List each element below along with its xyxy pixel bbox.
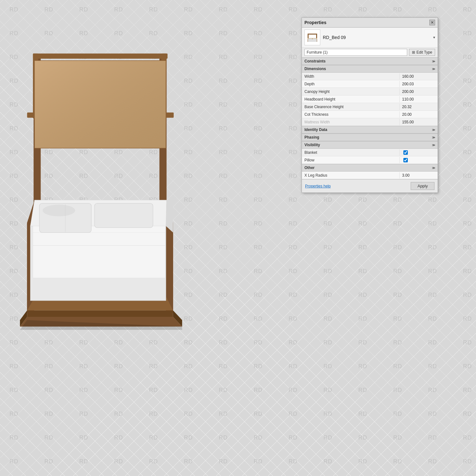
pillow-checkbox-container	[400, 157, 438, 163]
cot-thickness-value[interactable]: 20.00	[400, 111, 438, 118]
type-row: Furniture (1) ⊞ Edit Type	[302, 48, 438, 57]
section-constraints[interactable]: Constraints ≫	[302, 57, 438, 65]
blanket-label: Blanket	[302, 149, 400, 156]
x-leg-radius-value[interactable]: 3.00	[400, 172, 438, 179]
mattress-width-row: Mattress Width 155.00	[302, 118, 438, 126]
dimensions-arrow: ≫	[432, 67, 435, 71]
x-leg-radius-row: X Leg Radius 3.00	[302, 172, 438, 179]
object-dropdown-arrow[interactable]: ▾	[433, 35, 435, 40]
svg-rect-4	[33, 54, 167, 59]
width-row: Width 160.00	[302, 73, 438, 80]
section-other[interactable]: Other ≫	[302, 164, 438, 172]
svg-rect-35	[308, 34, 317, 35]
phasing-arrow: ≫	[432, 136, 435, 139]
blanket-checkbox[interactable]	[403, 150, 408, 155]
constraints-arrow: ≫	[432, 60, 435, 63]
thumbnail-icon	[306, 31, 319, 44]
bed-illustration	[6, 44, 235, 330]
canopy-height-label: Canopy Height	[302, 88, 400, 95]
pillow-checkbox[interactable]	[403, 158, 408, 162]
other-label: Other	[304, 166, 315, 170]
cot-thickness-row: Cot Thickness 20.00	[302, 111, 438, 118]
base-clearence-label: Base Clearence Height	[302, 104, 400, 110]
depth-value[interactable]: 200.03	[400, 81, 438, 87]
type-select[interactable]: Furniture (1)	[304, 49, 407, 56]
svg-marker-9	[35, 61, 166, 148]
depth-row: Depth 200.03	[302, 80, 438, 88]
phasing-label: Phasing	[304, 135, 319, 140]
visibility-arrow: ≫	[432, 143, 435, 147]
panel-header: Properties ✕	[302, 18, 438, 28]
base-clearence-row: Base Clearence Height 20.32	[302, 103, 438, 111]
panel-footer: Properties help Apply	[302, 179, 438, 192]
apply-button[interactable]: Apply	[411, 182, 434, 190]
headboard-height-row: Headboard Height 110.00	[302, 95, 438, 103]
x-leg-radius-label: X Leg Radius	[302, 172, 400, 179]
identity-data-label: Identity Data	[304, 127, 327, 132]
other-arrow: ≫	[432, 166, 435, 170]
svg-rect-28	[95, 203, 153, 228]
close-button[interactable]: ✕	[429, 20, 435, 25]
section-visibility[interactable]: Visibility ≫	[302, 141, 438, 149]
object-name: RD_Bed 09	[323, 35, 431, 40]
edit-type-label: Edit Type	[416, 50, 432, 55]
depth-label: Depth	[302, 81, 400, 87]
headboard-height-value[interactable]: 110.00	[400, 96, 438, 102]
object-row: RD_Bed 09 ▾	[302, 28, 438, 48]
properties-panel: Properties ✕ RD_Bed 09 ▾ Furniture (1)	[302, 17, 438, 193]
mattress-width-label: Mattress Width	[302, 119, 400, 125]
edit-type-button[interactable]: ⊞ Edit Type	[409, 49, 435, 56]
panel-title: Properties	[304, 20, 326, 25]
headboard-height-label: Headboard Height	[302, 96, 400, 102]
identity-data-arrow: ≫	[432, 128, 435, 132]
width-label: Width	[302, 73, 400, 80]
mattress-width-value[interactable]: 155.00	[400, 119, 438, 125]
svg-point-29	[43, 205, 75, 216]
section-identity-data[interactable]: Identity Data ≫	[302, 126, 438, 134]
canopy-height-value[interactable]: 200.00	[400, 88, 438, 95]
svg-marker-23	[33, 226, 165, 278]
cot-thickness-label: Cot Thickness	[302, 111, 400, 118]
blanket-checkbox-container	[400, 149, 438, 156]
edit-type-icon: ⊞	[412, 50, 415, 55]
svg-marker-12	[27, 310, 173, 317]
visibility-label: Visibility	[304, 143, 320, 147]
properties-help-link[interactable]: Properties help	[305, 184, 331, 188]
canopy-height-row: Canopy Height 200.00	[302, 88, 438, 95]
constraints-label: Constraints	[304, 59, 326, 63]
width-value[interactable]: 160.00	[400, 73, 438, 80]
blanket-row: Blanket	[302, 149, 438, 156]
pillow-row: Pillow	[302, 156, 438, 164]
svg-rect-39	[313, 38, 316, 40]
dimensions-label: Dimensions	[304, 67, 326, 71]
section-phasing[interactable]: Phasing ≫	[302, 134, 438, 141]
pillow-label: Pillow	[302, 157, 400, 163]
object-thumbnail	[304, 29, 320, 45]
svg-rect-38	[308, 38, 312, 40]
base-clearence-value[interactable]: 20.32	[400, 104, 438, 110]
section-dimensions[interactable]: Dimensions ≫	[302, 65, 438, 73]
